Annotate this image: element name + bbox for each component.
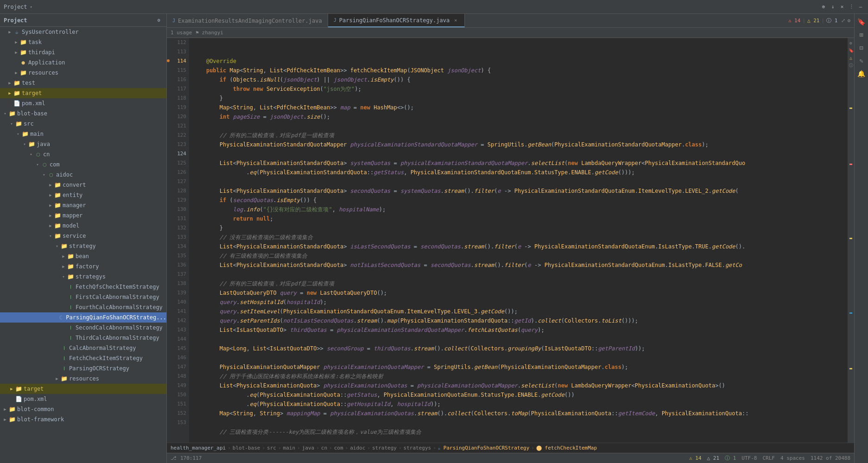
sidebar-item-blotframework[interactable]: ▶ 📁 blot-framework bbox=[0, 414, 166, 425]
expand-icon[interactable]: ⤢ bbox=[841, 18, 845, 24]
sidebar-content[interactable]: ▶ ☕ SysUserController ▶ 📁 task ▶ 📁 third… bbox=[0, 27, 166, 463]
folder-icon: 📁 bbox=[8, 406, 16, 413]
sidebar-item-main[interactable]: ▾ 📁 main bbox=[0, 129, 166, 139]
breadcrumb-health[interactable]: health_manager_api bbox=[171, 445, 226, 451]
project-chevron[interactable]: ▾ bbox=[30, 5, 32, 9]
sidebar-item-factory[interactable]: ▶ 📁 factory bbox=[0, 261, 166, 272]
code-editor[interactable]: 112 113 114 115 116 117 118 119 120 121 … bbox=[167, 38, 854, 443]
sidebar-item-thirdcalc[interactable]: Ⅰ ThirdCalcAbnormalStrategy bbox=[0, 333, 166, 343]
breadcrumb-method[interactable]: ⬤ fetchCheckItemMap bbox=[536, 445, 597, 451]
sidebar-item-manager[interactable]: ▶ 📁 manager bbox=[0, 200, 166, 210]
sidebar-item-fetchqfs[interactable]: Ⅰ FetchQfsCheckItemStrategy bbox=[0, 282, 166, 292]
warning-icon[interactable]: △ bbox=[848, 55, 854, 61]
new-file-icon[interactable]: ⊕ bbox=[820, 3, 827, 11]
breadcrumb-com[interactable]: com bbox=[334, 445, 343, 451]
gear-icon[interactable]: ⚙ bbox=[155, 17, 163, 24]
sidebar-item-target2[interactable]: ▶ 📁 target bbox=[0, 384, 166, 394]
right-icons: ⚙ 🔖 △ ⓘ bbox=[848, 38, 854, 70]
sidebar-item-mapper[interactable]: ▶ 📁 mapper bbox=[0, 210, 166, 221]
settings-icon[interactable]: ⚙ bbox=[848, 40, 854, 46]
line-147: 147 bbox=[167, 362, 186, 372]
sidebar-item-service[interactable]: ▾ 📁 service bbox=[0, 231, 166, 241]
line-152: 152 bbox=[167, 409, 186, 418]
breadcrumb-aidoc[interactable]: aidoc bbox=[350, 445, 365, 451]
bookmark-icon[interactable]: 🔖 bbox=[848, 47, 854, 54]
sidebar-item-java[interactable]: ▾ 📁 java bbox=[0, 139, 166, 149]
sidebar-item-src[interactable]: ▾ 📁 src bbox=[0, 119, 166, 129]
sidebar-item-label: resources bbox=[28, 70, 58, 76]
sidebar-item-blotcommon[interactable]: ▶ 📁 blot-common bbox=[0, 404, 166, 414]
line-113: 113 bbox=[167, 47, 186, 57]
sidebar-item-entity[interactable]: ▶ 📁 entity bbox=[0, 190, 166, 200]
sidebar-item-thirdapi[interactable]: ▶ 📁 thirdapi bbox=[0, 47, 166, 57]
sidebar-item-pom2[interactable]: 📄 pom.xml bbox=[0, 394, 166, 404]
project-title: Project bbox=[4, 4, 27, 10]
close-icon[interactable]: ✕ bbox=[838, 3, 846, 11]
sidebar-item-pom1[interactable]: 📄 pom.xml bbox=[0, 98, 166, 108]
sidebar-item-application[interactable]: ● Application bbox=[0, 57, 166, 68]
breadcrumb-strategys[interactable]: strategys bbox=[404, 445, 431, 451]
sidebar-item-sysuser[interactable]: ▶ ☕ SysUserController bbox=[0, 27, 166, 37]
breadcrumb-sep: › bbox=[262, 445, 265, 451]
sidebar-item-task[interactable]: ▶ 📁 task bbox=[0, 37, 166, 47]
breadcrumb-strategy[interactable]: strategy bbox=[372, 445, 397, 451]
minimize-icon[interactable]: — bbox=[857, 3, 864, 11]
line-137: 137 bbox=[167, 270, 186, 279]
folder-icon: 📁 bbox=[54, 222, 61, 229]
sidebar-item-com[interactable]: ▾ ⬡ com bbox=[0, 159, 166, 170]
sidebar-item-firstcalc[interactable]: Ⅰ FirstCalcAbnormalStrategy bbox=[0, 292, 166, 302]
todo-tool[interactable]: ✎ bbox=[855, 55, 868, 67]
code-line-116: if (Objects.isNull(jsonObject) || jsonOb… bbox=[193, 75, 848, 84]
sidebar-item-parsingocrstrategy[interactable]: Ⅰ ParsingOCRStrategy bbox=[0, 363, 166, 374]
code-content[interactable]: @Override public Map<String, List<PdfChe… bbox=[189, 38, 848, 443]
sidebar-item-fetchcheckitem[interactable]: Ⅰ FetchCheckItemStrategy bbox=[0, 353, 166, 363]
sidebar-item-model[interactable]: ▶ 📁 model bbox=[0, 221, 166, 231]
project-label[interactable]: Project ▾ bbox=[4, 4, 32, 10]
code-line-151: .eq(PhysicalExaminationQuota::getHospita… bbox=[193, 400, 848, 409]
sidebar-item-parsingocr[interactable]: C ParsingQianFoShanOCRStrateg... bbox=[0, 312, 166, 323]
arrow-icon: ▾ bbox=[34, 161, 41, 168]
settings-icon[interactable]: ⚙ bbox=[847, 18, 850, 24]
sidebar-item-resources1[interactable]: ▶ 📁 resources bbox=[0, 68, 166, 78]
sidebar-item-aidoc[interactable]: ▾ ⬡ aidoc bbox=[0, 170, 166, 180]
line-139: 139 bbox=[167, 288, 186, 298]
breadcrumb-main[interactable]: main bbox=[283, 445, 296, 451]
code-line-121 bbox=[193, 121, 848, 131]
sidebar-item-fourthcalc[interactable]: Ⅰ FourthCalcAbnormalStrategy bbox=[0, 302, 166, 312]
sidebar-item-secondcalc[interactable]: Ⅰ SecondCalcAbnormalStrategy bbox=[0, 323, 166, 333]
sidebar-item-bean[interactable]: ▶ 📁 bean bbox=[0, 251, 166, 261]
sidebar-item-convert[interactable]: ▶ 📁 convert bbox=[0, 180, 166, 190]
code-line-133: // 没有三级检查项的二级检查项集合 bbox=[193, 233, 848, 242]
sidebar-item-test[interactable]: ▶ 📁 test bbox=[0, 78, 166, 88]
sidebar-item-strategy[interactable]: ▾ 📁 strategy bbox=[0, 241, 166, 251]
hierarchy-tool[interactable]: ⊟ bbox=[855, 42, 868, 54]
bookmark-tool[interactable]: 🔖 bbox=[855, 16, 868, 28]
tab-parsingocr[interactable]: J ParsingQianFoShanOCRStrategy.java ✕ bbox=[328, 14, 465, 27]
author-info: ⚑ zhangyi bbox=[196, 30, 223, 36]
sidebar-item-cn[interactable]: ▾ ⬡ cn bbox=[0, 149, 166, 159]
sidebar-item-blotbase[interactable]: ▾ 📁 blot-base bbox=[0, 108, 166, 119]
folder-icon: 📁 bbox=[19, 69, 27, 76]
arrow-icon: ▶ bbox=[13, 49, 19, 56]
structure-tool[interactable]: ⊞ bbox=[855, 29, 868, 41]
notifications-tool[interactable]: 🔔 bbox=[855, 68, 868, 80]
sidebar-item-calcabnormal[interactable]: Ⅰ CalcAbnormalStrategy bbox=[0, 343, 166, 353]
info-icon[interactable]: ⓘ bbox=[848, 62, 854, 69]
tab-extra[interactable]: ⚠ 14 | △ 21 | ⓘ 1 ⤢ ⚙ bbox=[788, 14, 854, 27]
code-line-146 bbox=[193, 353, 848, 362]
breadcrumb-cn[interactable]: cn bbox=[321, 445, 327, 451]
breadcrumb-blotbase[interactable]: blot-base bbox=[233, 445, 260, 451]
sidebar-item-target1[interactable]: ▶ 📁 target bbox=[0, 88, 166, 98]
tab-close-button[interactable]: ✕ bbox=[452, 17, 459, 24]
breadcrumb-parsingocr[interactable]: ☕ ParsingQianFoShanOCRStrategy bbox=[438, 445, 529, 451]
breadcrumb-src[interactable]: src bbox=[267, 445, 276, 451]
more-icon[interactable]: ⋮ bbox=[848, 3, 855, 11]
sidebar-item-resources2[interactable]: ▶ 📁 resources bbox=[0, 374, 166, 384]
breadcrumb-java[interactable]: java bbox=[302, 445, 315, 451]
tab-examresults[interactable]: J ExaminationResultsAndImagingController… bbox=[167, 14, 328, 27]
folder-icon: 📁 bbox=[19, 38, 27, 46]
sidebar-item-strategys[interactable]: ▾ 📁 strategys bbox=[0, 272, 166, 282]
code-line-123: PhysicalExaminationStandardQuotaMapper p… bbox=[193, 140, 848, 149]
refresh-icon[interactable]: ↓ bbox=[829, 3, 836, 11]
line-138: 138 bbox=[167, 279, 186, 288]
